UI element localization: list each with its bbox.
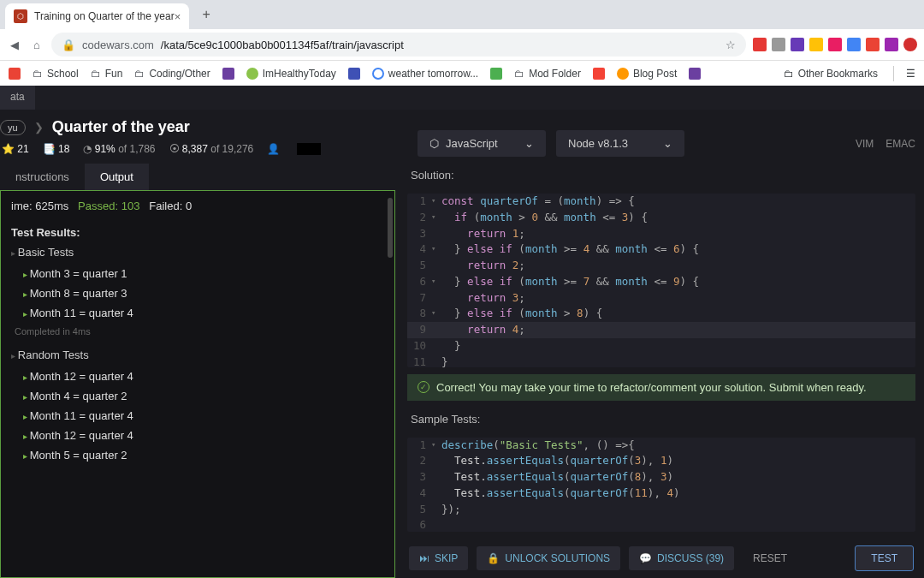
bookmark-folder[interactable]: 🗀Coding/Other [134,68,210,80]
code-content[interactable]: Test.assertEquals(quarterOf(3), 1) [441,453,915,469]
code-line[interactable]: 2 Test.assertEquals(quarterOf(3), 1) [407,453,915,469]
new-tab-button[interactable]: + [196,4,216,25]
unlock-button[interactable]: 🔒UNLOCK SOLUTIONS [477,546,620,570]
ext-icon[interactable] [847,38,861,51]
ext-icon[interactable] [809,38,823,51]
reset-button[interactable]: RESET [743,546,797,570]
fold-icon[interactable] [431,226,441,242]
ext-icon[interactable] [885,38,898,51]
star-icon[interactable]: ☆ [726,39,736,51]
abp-icon[interactable] [903,38,917,51]
ext-icon[interactable] [791,38,804,51]
code-line[interactable]: 6▾ } else if (month >= 7 && month <= 9) … [407,274,915,290]
reading-list-icon[interactable]: ☰ [906,68,915,80]
ext-icon[interactable] [753,38,767,51]
sample-tests-editor[interactable]: 1▾describe("Basic Tests", () =>{2 Test.a… [407,438,915,532]
fold-icon[interactable] [431,258,441,274]
code-line[interactable]: 5}); [407,502,915,518]
tab-output[interactable]: Output [85,164,149,190]
code-content[interactable]: const quarterOf = (month) => { [441,194,915,210]
fold-icon[interactable]: ▾ [431,210,441,226]
fold-icon[interactable] [431,502,441,518]
fold-icon[interactable]: ▾ [431,241,441,258]
solution-editor[interactable]: 1▾const quarterOf = (month) => {2▾ if (m… [407,194,915,367]
code-line[interactable]: 6 [407,517,915,532]
code-content[interactable]: return 2; [441,258,915,274]
fold-icon[interactable]: ▾ [431,194,441,210]
vim-mode[interactable]: VIM [856,138,874,150]
code-line[interactable]: 11} [407,355,915,367]
code-content[interactable]: } [441,355,915,367]
code-content[interactable]: Test.assertEquals(quarterOf(11), 4) [441,486,915,502]
collect-count: 📑 18 [43,143,70,155]
code-line[interactable]: 2▾ if (month > 0 && month <= 3) { [407,210,915,226]
home-icon[interactable]: ⌂ [29,37,44,52]
tab-instructions[interactable]: nstructions [0,164,85,190]
nav-item[interactable]: ata [0,86,35,110]
code-content[interactable] [441,517,915,532]
code-content[interactable]: if (month > 0 && month <= 3) { [441,210,915,226]
suite-random[interactable]: Random Tests [11,349,384,361]
suite-basic[interactable]: Basic Tests [11,246,384,259]
code-line[interactable]: 4▾ } else if (month >= 4 && month <= 6) … [407,241,915,258]
close-tab-icon[interactable]: × [175,10,181,23]
bookmark-folder[interactable]: 🗀Fun [91,68,123,80]
code-line[interactable]: 8▾ } else if (month > 8) { [407,306,915,322]
browser-tab[interactable]: ⬡ Training on Quarter of the year × [5,3,189,29]
bookmark-item[interactable] [348,68,360,80]
bookmark-item[interactable] [490,68,502,80]
bookmark-item[interactable]: ImHealthyToday [246,68,336,80]
bookmark-folder[interactable]: 🗀Mod Folder [514,68,581,80]
fold-icon[interactable]: ▾ [431,438,441,454]
fold-icon[interactable] [431,322,441,338]
code-content[interactable]: Test.assertEquals(quarterOf(8), 3) [441,469,915,486]
bookmark-item[interactable] [593,68,605,80]
code-content[interactable]: describe("Basic Tests", () =>{ [441,438,915,454]
scrollbar[interactable] [388,198,393,258]
url-input[interactable]: 🔒 codewars.com/kata/5ce9c1000bab0b001134… [51,33,746,57]
fold-icon[interactable] [431,453,441,469]
fold-icon[interactable]: ▾ [431,306,441,322]
fold-icon[interactable]: ▾ [431,274,441,290]
code-line[interactable]: 1▾describe("Basic Tests", () =>{ [407,438,915,454]
back-icon[interactable]: ◀ [7,37,22,52]
fold-icon[interactable] [431,486,441,502]
bookmark-folder[interactable]: 🗀School [33,68,79,80]
code-content[interactable]: } else if (month >= 7 && month <= 9) { [441,274,915,290]
code-line[interactable]: 9 return 4; [407,322,915,338]
language-selector[interactable]: ⬡ JavaScript ⌄ [418,130,546,157]
ext-icon[interactable] [828,38,842,51]
fold-icon[interactable] [431,290,441,307]
code-content[interactable]: return 3; [441,290,915,307]
bookmark-item[interactable] [689,68,701,80]
emacs-mode[interactable]: EMAC [886,138,915,150]
code-content[interactable]: } else if (month >= 4 && month <= 6) { [441,241,915,258]
code-line[interactable]: 5 return 2; [407,258,915,274]
code-line[interactable]: 7 return 3; [407,290,915,307]
code-line[interactable]: 3 return 1; [407,226,915,242]
ext-icon[interactable] [772,38,785,51]
other-bookmarks[interactable]: 🗀Other Bookmarks [784,68,878,80]
fold-icon[interactable] [431,338,441,355]
code-line[interactable]: 3 Test.assertEquals(quarterOf(8), 3) [407,469,915,486]
bookmark-item[interactable] [9,68,21,80]
fold-icon[interactable] [431,517,441,532]
code-line[interactable]: 1▾const quarterOf = (month) => { [407,194,915,210]
code-content[interactable]: return 4; [441,322,915,338]
skip-button[interactable]: ⏭SKIP [409,546,468,570]
fold-icon[interactable] [431,355,441,367]
bookmark-item[interactable]: weather tomorrow... [372,68,478,80]
code-content[interactable]: }); [441,502,915,518]
code-content[interactable]: return 1; [441,226,915,242]
code-content[interactable]: } else if (month > 8) { [441,306,915,322]
fold-icon[interactable] [431,469,441,486]
code-line[interactable]: 10 } [407,338,915,355]
code-content[interactable]: } [441,338,915,355]
runtime-selector[interactable]: Node v8.1.3 ⌄ [556,130,684,157]
code-line[interactable]: 4 Test.assertEquals(quarterOf(11), 4) [407,486,915,502]
discuss-button[interactable]: 💬DISCUSS (39) [629,546,734,570]
ext-icon[interactable] [866,38,880,51]
bookmark-item[interactable]: Blog Post [617,68,677,80]
test-button[interactable]: TEST [855,545,914,571]
bookmark-item[interactable] [222,68,234,80]
